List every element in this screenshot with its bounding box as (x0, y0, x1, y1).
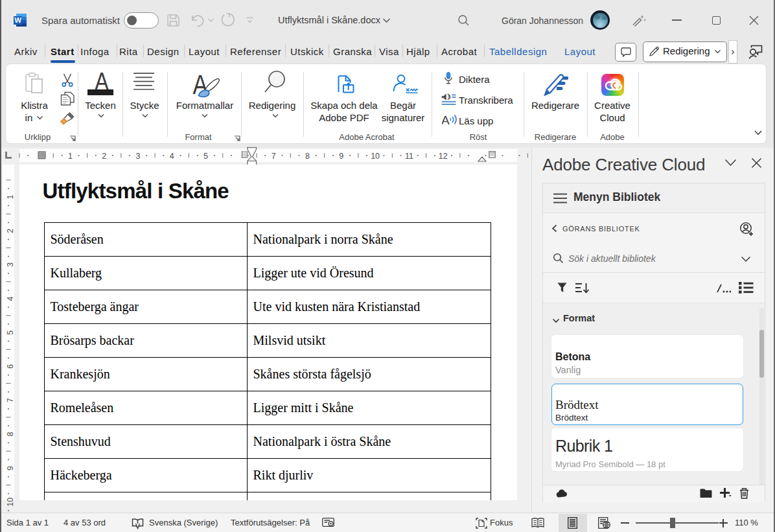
svg-text:12: 12 (439, 152, 448, 161)
svg-text:6: 6 (6, 364, 14, 369)
svg-text:8: 8 (6, 432, 14, 437)
svg-text:A: A (442, 113, 450, 126)
svg-text:2: 2 (102, 152, 106, 161)
svg-text:10: 10 (371, 152, 380, 161)
svg-text:10: 10 (6, 498, 14, 507)
svg-text:2: 2 (6, 229, 14, 233)
svg-text:4: 4 (6, 296, 14, 301)
svg-text:1: 1 (68, 152, 73, 161)
svg-text:4: 4 (170, 152, 174, 161)
svg-text:A: A (95, 69, 109, 90)
svg-text:5: 5 (6, 330, 14, 335)
svg-text:3: 3 (136, 152, 141, 161)
svg-text:7: 7 (6, 398, 14, 402)
svg-text:7: 7 (272, 152, 276, 161)
svg-text:5: 5 (203, 152, 208, 161)
svg-text:11: 11 (405, 152, 413, 161)
svg-text:8: 8 (305, 152, 310, 161)
svg-text:9: 9 (339, 152, 343, 161)
svg-text:1: 1 (6, 194, 14, 199)
svg-text:9: 9 (6, 466, 14, 470)
svg-text:3: 3 (6, 262, 14, 267)
svg-text:W: W (14, 16, 21, 24)
